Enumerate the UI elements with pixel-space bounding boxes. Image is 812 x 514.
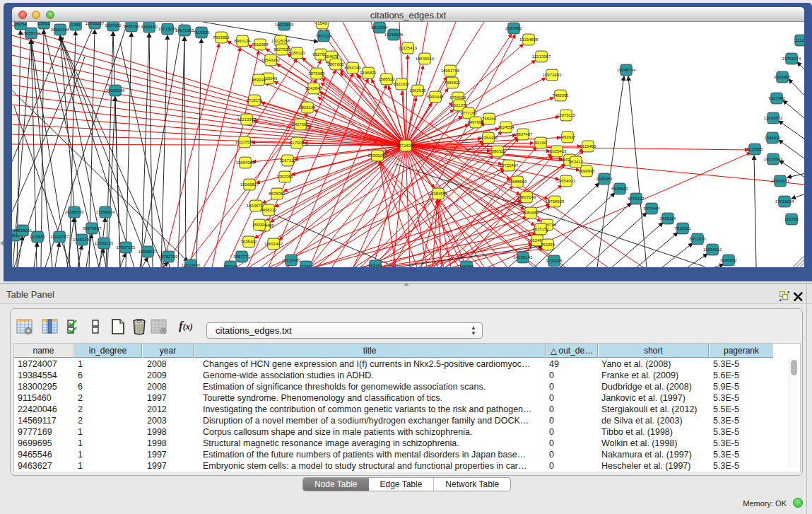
- svg-text:9463627: 9463627: [559, 135, 576, 139]
- svg-text:5938923: 5938923: [611, 187, 628, 191]
- svg-text:17016504: 17016504: [775, 199, 794, 204]
- svg-text:2803144: 2803144: [299, 105, 316, 110]
- svg-text:8186323: 8186323: [288, 51, 305, 55]
- svg-text:8215955: 8215955: [746, 147, 763, 151]
- svg-text:173342: 173342: [299, 264, 314, 267]
- svg-text:11124: 11124: [795, 38, 804, 42]
- svg-text:12503135: 12503135: [95, 241, 114, 245]
- svg-text:16640910: 16640910: [416, 57, 435, 61]
- svg-text:13226058: 13226058: [271, 39, 290, 43]
- svg-text:17957225: 17957225: [117, 245, 136, 250]
- svg-text:8960124: 8960124: [234, 39, 251, 43]
- svg-text:14835061: 14835061: [13, 228, 33, 233]
- svg-text:20053346: 20053346: [106, 88, 125, 93]
- svg-text:183246: 183246: [223, 264, 238, 267]
- svg-text:1621072: 1621072: [451, 103, 468, 107]
- svg-text:417006: 417006: [290, 141, 305, 145]
- svg-text:2718176: 2718176: [246, 98, 263, 103]
- svg-text:30975867: 30975867: [83, 226, 102, 230]
- svg-text:10807487: 10807487: [514, 132, 533, 136]
- svg-text:1549: 1549: [317, 22, 327, 25]
- svg-text:14451194: 14451194: [73, 238, 92, 242]
- svg-text:1733426: 1733426: [546, 259, 563, 263]
- svg-text:19166827: 19166827: [240, 182, 259, 187]
- svg-text:6479197: 6479197: [628, 197, 645, 201]
- svg-text:746266: 746266: [482, 117, 497, 121]
- svg-text:3875685: 3875685: [308, 71, 325, 76]
- svg-text:3624554: 3624554: [498, 125, 514, 129]
- svg-text:10025433: 10025433: [548, 149, 567, 153]
- svg-text:8322037: 8322037: [393, 82, 410, 86]
- svg-text:10154808: 10154808: [519, 37, 539, 42]
- svg-text:14136141: 14136141: [514, 255, 533, 259]
- svg-text:3267110: 3267110: [280, 158, 297, 163]
- svg-text:19654923: 19654923: [557, 179, 576, 183]
- svg-text:10973493: 10973493: [543, 73, 562, 77]
- svg-text:116753: 116753: [784, 217, 799, 221]
- svg-text:10688609: 10688609: [508, 180, 527, 184]
- svg-text:19756928: 19756928: [546, 199, 565, 204]
- svg-text:1353359: 1353359: [276, 175, 293, 179]
- svg-text:10653267: 10653267: [86, 22, 105, 25]
- svg-text:8813054: 8813054: [371, 25, 388, 30]
- svg-text:1244419: 1244419: [764, 136, 781, 140]
- svg-text:1115683: 1115683: [30, 235, 46, 239]
- svg-text:8912954: 8912954: [252, 42, 269, 47]
- svg-text:1640954: 1640954: [596, 177, 613, 181]
- svg-text:7955812: 7955812: [444, 81, 461, 85]
- svg-text:10958107: 10958107: [139, 250, 158, 254]
- svg-text:6794026: 6794026: [449, 95, 466, 100]
- svg-text:12213967: 12213967: [532, 54, 551, 59]
- svg-text:962450: 962450: [368, 264, 383, 267]
- svg-text:16107553: 16107553: [235, 140, 254, 144]
- svg-text:7386322: 7386322: [489, 149, 506, 153]
- svg-text:19654985: 19654985: [236, 160, 255, 165]
- svg-text:7663822: 7663822: [213, 35, 230, 40]
- svg-text:26054: 26054: [15, 22, 27, 26]
- svg-text:18724007: 18724007: [396, 144, 416, 148]
- svg-text:10654112: 10654112: [703, 247, 722, 252]
- svg-text:19692971: 19692971: [771, 179, 790, 183]
- svg-text:4498222: 4498222: [260, 208, 277, 212]
- svg-text:1527602: 1527602: [105, 23, 122, 28]
- svg-text:12093872: 12093872: [764, 116, 783, 120]
- svg-text:15720407: 15720407: [500, 163, 519, 168]
- svg-text:9329966: 9329966: [774, 75, 791, 79]
- svg-text:25300265: 25300265: [368, 153, 387, 158]
- svg-text:7515526: 7515526: [193, 30, 210, 35]
- svg-text:12923446: 12923446: [182, 263, 201, 267]
- svg-text:9777169: 9777169: [460, 111, 477, 115]
- svg-text:19384554: 19384554: [429, 192, 448, 196]
- svg-text:20206536: 20206536: [65, 210, 84, 214]
- svg-text:9146821: 9146821: [360, 71, 377, 75]
- svg-text:16782759: 16782759: [159, 255, 178, 259]
- svg-text:17359924: 17359924: [96, 210, 115, 214]
- svg-text:154678: 154678: [324, 54, 339, 59]
- svg-text:15751074: 15751074: [782, 57, 801, 61]
- svg-text:62160: 62160: [535, 141, 547, 145]
- svg-text:252254: 252254: [541, 243, 555, 247]
- svg-text:9242848: 9242848: [305, 86, 322, 90]
- svg-text:9699695: 9699695: [578, 169, 595, 173]
- svg-text:23991: 23991: [38, 22, 50, 25]
- svg-text:9474444: 9474444: [643, 206, 660, 211]
- svg-text:9245652: 9245652: [720, 258, 737, 262]
- svg-text:12975115: 12975115: [557, 113, 576, 117]
- svg-text:14691447: 14691447: [264, 242, 283, 246]
- svg-text:1362615: 1362615: [409, 88, 426, 93]
- svg-text:7632621: 7632621: [674, 226, 691, 230]
- svg-text:9227343: 9227343: [768, 96, 785, 100]
- svg-text:16961758: 16961758: [441, 69, 460, 73]
- svg-text:6466160: 6466160: [141, 25, 158, 29]
- svg-text:963412: 963412: [569, 160, 584, 164]
- svg-text:16033809: 16033809: [275, 23, 294, 27]
- svg-text:8427552: 8427552: [292, 122, 309, 127]
- svg-text:20691406: 20691406: [51, 28, 70, 32]
- svg-text:2867608: 2867608: [327, 62, 344, 66]
- svg-text:8990448: 8990448: [427, 95, 444, 99]
- svg-text:1588520: 1588520: [378, 77, 395, 81]
- svg-text:2935114: 2935114: [660, 216, 677, 221]
- svg-text:12213369: 12213369: [237, 117, 257, 122]
- svg-text:16648764: 16648764: [617, 68, 636, 72]
- svg-text:19055712: 19055712: [22, 31, 41, 35]
